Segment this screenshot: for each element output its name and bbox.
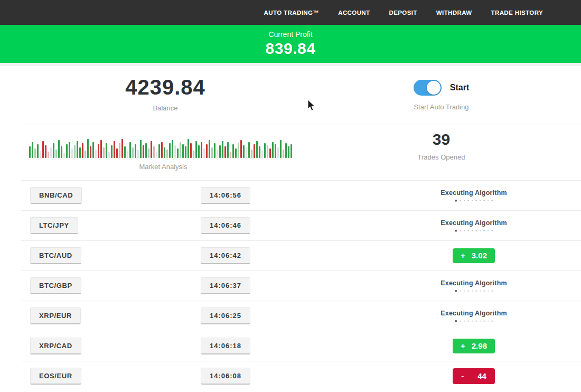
trade-row: BNB/CAD 14:06:56 Executing Algorithm xyxy=(0,180,581,210)
pair-chip: XRP/EUR xyxy=(30,307,81,324)
result-value: 2.98 xyxy=(472,341,487,350)
trades-opened-block: 39 Trades Opened xyxy=(395,130,488,161)
result-value: 44 xyxy=(477,371,486,380)
time-chip: 14:06:42 xyxy=(201,247,250,264)
progress-dots xyxy=(441,229,507,232)
executing-algorithm-label: Executing Algorithm xyxy=(441,309,507,316)
balance-label: Balance xyxy=(89,104,242,112)
progress-dots xyxy=(441,320,507,322)
market-analysis-section: Market Analysis 39 Trades Opened xyxy=(0,125,581,180)
current-profit-label: Current Profit xyxy=(0,30,581,39)
nav-withdraw[interactable]: WITHDRAW xyxy=(436,10,472,16)
pair-chip: BTC/AUD xyxy=(30,247,81,264)
pair-chip: BNB/CAD xyxy=(30,187,82,204)
trade-row: XRP/CAD 14:06:18 + 2.98 xyxy=(0,331,581,361)
trade-row: EOS/EUR 14:06:08 - 44 xyxy=(0,361,581,391)
loss-badge: - 44 xyxy=(453,368,495,384)
trade-row: BTC/GBP 14:06:37 Executing Algorithm xyxy=(0,270,581,301)
executing-algorithm-label: Executing Algorithm xyxy=(441,219,507,226)
top-navbar: AUTO TRADING™ ACCOUNT DEPOSIT WITHDRAW T… xyxy=(0,0,581,25)
time-chip: 14:06:08 xyxy=(201,368,250,385)
balance-section: 4239.84 Balance Start Start Auto Trading xyxy=(0,66,581,125)
trade-status: Executing Algorithm xyxy=(441,279,507,292)
trade-status: - 44 xyxy=(453,368,495,384)
market-analysis-bars xyxy=(29,134,297,158)
auto-trading-toggle[interactable] xyxy=(414,80,442,96)
result-sign: + xyxy=(461,251,465,260)
trades-list: BNB/CAD 14:06:56 Executing Algorithm LTC… xyxy=(0,180,581,391)
profit-badge: + 3.02 xyxy=(453,248,495,263)
trades-opened-value: 39 xyxy=(395,130,488,148)
time-chip: 14:06:56 xyxy=(201,187,250,204)
trade-status: + 2.98 xyxy=(453,339,495,353)
pair-chip: BTC/GBP xyxy=(30,277,81,294)
profit-badge: + 2.98 xyxy=(453,339,495,353)
trade-row: XRP/EUR 14:06:25 Executing Algorithm xyxy=(0,301,581,331)
progress-dots xyxy=(441,290,507,292)
current-profit-banner: Current Profit 839.84 xyxy=(0,25,581,63)
pair-chip: EOS/EUR xyxy=(30,368,81,385)
trade-row: LTC/JPY 14:06:46 Executing Algorithm xyxy=(0,210,581,240)
mouse-cursor-icon xyxy=(307,99,316,112)
toggle-start-label: Start xyxy=(450,83,469,92)
progress-dots xyxy=(441,199,507,202)
auto-trading-toggle-block: Start Start Auto Trading xyxy=(395,80,488,111)
time-chip: 14:06:46 xyxy=(201,217,250,234)
pair-chip: LTC/JPY xyxy=(30,217,78,234)
toggle-knob xyxy=(427,81,441,95)
trade-status: + 3.02 xyxy=(453,248,495,263)
balance-block: 4239.84 Balance xyxy=(89,76,242,112)
result-value: 3.02 xyxy=(472,251,487,260)
toggle-caption: Start Auto Trading xyxy=(395,103,488,111)
auto-trading-page: AUTO TRADING™ ACCOUNT DEPOSIT WITHDRAW T… xyxy=(0,0,581,392)
time-chip: 14:06:25 xyxy=(201,307,250,324)
time-chip: 14:06:18 xyxy=(201,338,250,354)
balance-value: 4239.84 xyxy=(89,76,242,99)
executing-algorithm-label: Executing Algorithm xyxy=(441,279,507,286)
trade-status: Executing Algorithm xyxy=(441,189,507,202)
nav-trade-history[interactable]: TRADE HISTORY xyxy=(491,10,543,16)
pair-chip: XRP/CAD xyxy=(30,338,81,354)
trade-status: Executing Algorithm xyxy=(441,219,507,232)
current-profit-value: 839.84 xyxy=(0,40,581,58)
trade-row: BTC/AUD 14:06:42 + 3.02 xyxy=(0,240,581,270)
result-sign: - xyxy=(461,371,464,380)
nav-auto-trading[interactable]: AUTO TRADING™ xyxy=(264,10,320,16)
market-analysis-label: Market Analysis xyxy=(29,163,297,171)
nav-deposit[interactable]: DEPOSIT xyxy=(389,10,417,16)
nav-account[interactable]: ACCOUNT xyxy=(338,10,370,16)
market-analysis-block: Market Analysis xyxy=(29,134,297,171)
trades-opened-label: Trades Opened xyxy=(395,153,488,161)
result-sign: + xyxy=(461,341,465,350)
executing-algorithm-label: Executing Algorithm xyxy=(441,189,507,196)
time-chip: 14:06:37 xyxy=(201,277,250,294)
trade-status: Executing Algorithm xyxy=(441,309,507,322)
